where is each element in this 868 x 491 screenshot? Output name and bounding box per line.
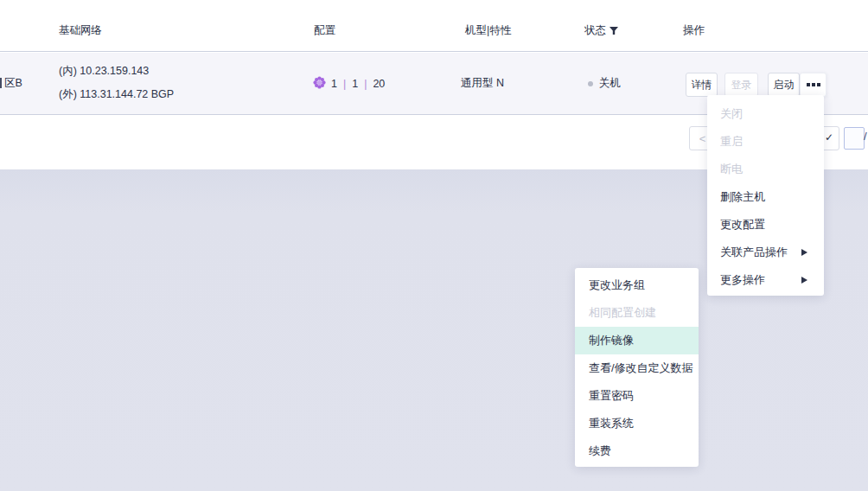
submenu-arrow-icon bbox=[801, 249, 807, 256]
submenu-item-change-business-group[interactable]: 更改业务组 bbox=[575, 271, 699, 299]
table-header: 基础网络 配置 机型|特性 状态 操作 bbox=[0, 0, 868, 52]
console-page: 基础网络 配置 机型|特性 状态 操作 区B (内) 10.23.159.143… bbox=[0, 0, 868, 491]
start-button[interactable]: 启动 bbox=[768, 73, 800, 97]
submenu-arrow-icon bbox=[801, 277, 807, 284]
chevron-left-icon: < bbox=[699, 132, 706, 145]
config-separator: | bbox=[342, 78, 347, 90]
status-filter-icon[interactable] bbox=[610, 27, 618, 35]
column-header-actions-label: 操作 bbox=[683, 23, 705, 38]
zone-clipped-glyph bbox=[0, 78, 2, 88]
config-flower-icon bbox=[313, 76, 326, 92]
column-header-config: 配置 bbox=[314, 23, 335, 38]
ellipsis-icon bbox=[807, 83, 820, 86]
submenu-item-create-image[interactable]: 制作镜像 bbox=[575, 327, 699, 354]
column-header-status-label: 状态 bbox=[584, 23, 606, 38]
config-value-mem: 1 bbox=[352, 78, 358, 90]
column-header-network-label: 基础网络 bbox=[59, 23, 102, 38]
status-cell: 关机 bbox=[588, 76, 621, 91]
submenu-item-reset-password[interactable]: 重置密码 bbox=[575, 382, 699, 410]
column-header-config-label: 配置 bbox=[314, 23, 335, 38]
submenu-item-create-same-config: 相同配置创建 bbox=[575, 299, 699, 327]
status-label: 关机 bbox=[599, 76, 621, 91]
column-header-actions: 操作 bbox=[683, 23, 705, 38]
column-header-status[interactable]: 状态 bbox=[584, 23, 618, 38]
config-value-cpu: 1 bbox=[331, 78, 337, 90]
page-number-input[interactable] bbox=[844, 127, 865, 150]
detail-button[interactable]: 详情 bbox=[686, 73, 718, 97]
menu-item-restart: 重启 bbox=[707, 128, 824, 156]
more-ops-submenu: 更改业务组 相同配置创建 制作镜像 查看/修改自定义数据 重置密码 重装系统 续… bbox=[575, 268, 699, 467]
status-dot-icon bbox=[588, 81, 593, 86]
page-total-separator: / bbox=[864, 130, 867, 143]
column-header-network: 基础网络 bbox=[59, 23, 102, 38]
submenu-item-reinstall-system[interactable]: 重装系统 bbox=[575, 410, 699, 437]
config-separator: | bbox=[363, 78, 367, 90]
internal-ip: (内) 10.23.159.143 bbox=[59, 64, 149, 79]
zone-label: 区B bbox=[4, 76, 22, 91]
menu-item-more-ops[interactable]: 更多操作 bbox=[707, 266, 824, 294]
submenu-item-view-edit-userdata[interactable]: 查看/修改自定义数据 bbox=[575, 354, 699, 382]
menu-item-shutdown: 关闭 bbox=[707, 100, 824, 128]
submenu-item-renew[interactable]: 续费 bbox=[575, 437, 699, 465]
more-actions-button[interactable] bbox=[800, 73, 827, 97]
config-value-disk: 20 bbox=[373, 78, 385, 90]
column-header-type: 机型|特性 bbox=[465, 23, 511, 38]
menu-item-related-product-ops-label: 关联产品操作 bbox=[720, 246, 788, 258]
menu-item-related-product-ops[interactable]: 关联产品操作 bbox=[707, 239, 824, 266]
config-cell: 1 | 1 | 20 bbox=[313, 76, 385, 92]
menu-item-more-ops-label: 更多操作 bbox=[720, 273, 765, 286]
menu-item-delete-host[interactable]: 删除主机 bbox=[707, 183, 824, 211]
external-ip: (外) 113.31.144.72 BGP bbox=[59, 87, 174, 102]
menu-item-power-off: 断电 bbox=[707, 156, 824, 183]
machine-type: 通用型 N bbox=[461, 76, 504, 91]
menu-item-change-config[interactable]: 更改配置 bbox=[707, 211, 824, 239]
login-button: 登录 bbox=[724, 73, 758, 97]
check-icon: ✓ bbox=[825, 131, 833, 143]
actions-dropdown-menu: 关闭 重启 断电 删除主机 更改配置 关联产品操作 更多操作 bbox=[707, 95, 824, 296]
column-header-type-label: 机型|特性 bbox=[465, 23, 511, 38]
